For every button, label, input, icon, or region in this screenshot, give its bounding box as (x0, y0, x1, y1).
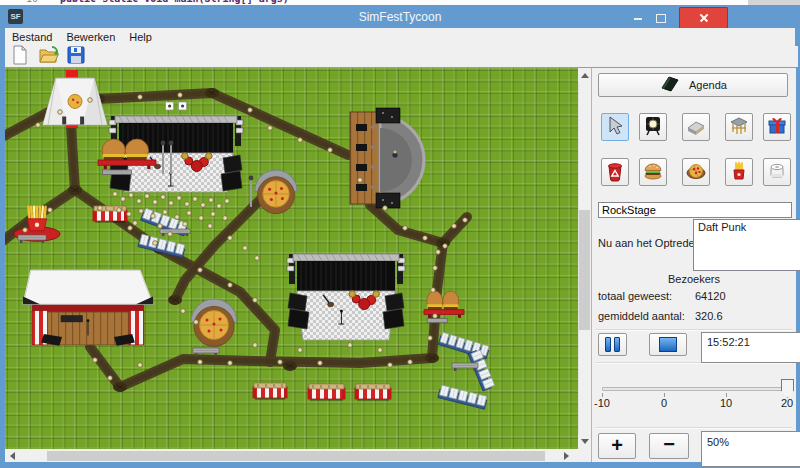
visitor-dot (138, 95, 143, 100)
visitor-dot (248, 108, 253, 113)
visitor-dot (199, 216, 204, 221)
map-stage[interactable] (287, 254, 405, 340)
maximize-icon (656, 14, 666, 23)
visitor-dot (403, 226, 408, 231)
agenda-button[interactable]: Agenda (598, 73, 788, 97)
arrow-left-icon (10, 452, 15, 460)
scroll-left-button[interactable] (5, 449, 19, 462)
map-striped-stall[interactable] (253, 383, 287, 400)
tool-fries-button[interactable] (725, 158, 753, 186)
new-file-button[interactable] (8, 45, 32, 69)
visitor-dot (428, 336, 433, 341)
gift-icon (766, 115, 788, 140)
tool-spotlight-button[interactable] (639, 113, 667, 141)
window-border-bottom (0, 462, 800, 468)
zoom-level-display[interactable]: 50% (701, 431, 800, 467)
visitor-dot (175, 215, 180, 220)
map-bar[interactable] (350, 108, 424, 208)
visitor-dot (452, 224, 457, 229)
scroll-down-button[interactable] (578, 434, 591, 449)
map-striped-stall[interactable] (355, 384, 391, 401)
zoom-out-button[interactable]: − (649, 433, 689, 459)
tool-scaffold-button[interactable] (725, 113, 753, 141)
tool-gift-button[interactable] (763, 113, 791, 141)
stage-name-input[interactable] (598, 202, 792, 218)
map-bench[interactable] (18, 235, 46, 243)
visitor-dot (443, 244, 448, 249)
menu-bestand[interactable]: Bestand (5, 29, 59, 45)
pause-button[interactable] (598, 333, 627, 356)
tool-ramp-button[interactable] (682, 113, 710, 141)
map-toilet-row[interactable] (468, 349, 495, 391)
visitor-dot (433, 266, 438, 271)
tool-cursor-button[interactable] (601, 113, 629, 141)
map-canvas[interactable] (5, 68, 578, 449)
minimize-button[interactable] (629, 12, 647, 25)
visitor-dot (298, 348, 303, 353)
menu-bewerken[interactable]: Bewerken (59, 29, 122, 45)
tool-toilet-paper-button[interactable] (763, 158, 791, 186)
visitor-dot (117, 208, 122, 213)
visitor-dot (127, 212, 132, 217)
map-bench[interactable] (452, 363, 478, 371)
visitor-dot (145, 194, 150, 199)
visitor-dot (255, 256, 260, 261)
scroll-right-button[interactable] (559, 449, 573, 462)
map-bench[interactable] (160, 229, 190, 236)
visitor-dot (228, 361, 233, 366)
footpath (370, 205, 443, 243)
slider-handle[interactable] (781, 379, 794, 398)
open-file-icon (37, 44, 59, 69)
map-tent[interactable] (43, 78, 107, 125)
path-junction (283, 361, 297, 371)
visitor-dot (318, 361, 323, 366)
average-visitors-value: 320.6 (695, 310, 723, 322)
now-performing-label: Nu aan het Optreden: (598, 237, 704, 249)
tool-trash-button[interactable] (601, 158, 629, 186)
map-striped-stall[interactable] (308, 384, 345, 401)
slider-tick-label: -10 (590, 397, 614, 409)
pizza-icon (685, 160, 707, 185)
toolbar (5, 46, 798, 67)
save-file-icon (65, 44, 87, 69)
maximize-button[interactable] (652, 11, 670, 25)
close-button[interactable] (679, 7, 728, 29)
visitor-dot (211, 212, 216, 217)
stop-button[interactable] (649, 333, 687, 356)
path-junction (113, 382, 127, 392)
path-junction (425, 353, 439, 363)
save-file-button[interactable] (64, 45, 88, 69)
visitor-dot (121, 197, 126, 202)
map-toilet-row[interactable] (438, 385, 488, 409)
time-display[interactable]: 15:52:21 (701, 332, 800, 363)
map-acoustic-stage[interactable] (23, 270, 153, 346)
visitor-dot (378, 348, 383, 353)
visitor-dot (137, 199, 142, 204)
map-pizza-stand[interactable] (255, 170, 297, 214)
tool-pizza-button[interactable] (682, 158, 710, 186)
vertical-scrollbar-thumb[interactable] (579, 210, 590, 330)
visitors-header: Bezoekers (592, 273, 796, 285)
open-file-button[interactable] (36, 45, 60, 69)
menu-help[interactable]: Help (122, 29, 159, 45)
close-icon (698, 12, 710, 24)
ramp-icon (685, 115, 707, 140)
zoom-in-button[interactable]: + (598, 433, 636, 459)
slider-track[interactable] (602, 387, 790, 391)
now-performing-listbox[interactable]: Daft Punk (693, 219, 800, 271)
arrow-right-icon (564, 452, 569, 460)
slider-tick-label: 20 (775, 397, 799, 409)
tool-burger-button[interactable] (639, 158, 667, 186)
visitor-dot (436, 250, 441, 255)
slider-tick-label: 10 (714, 397, 738, 409)
scroll-up-button[interactable] (578, 68, 591, 83)
visitor-dot (198, 360, 203, 365)
visitor-dot (268, 126, 273, 131)
visitor-dot (201, 203, 206, 208)
visitor-dot (177, 196, 182, 201)
pause-icon (605, 337, 611, 352)
scrollbar-corner (578, 449, 591, 462)
horizontal-scrollbar-thumb[interactable] (47, 451, 545, 461)
ide-line-number: 10 (26, 0, 38, 4)
visitor-dot (217, 204, 222, 209)
